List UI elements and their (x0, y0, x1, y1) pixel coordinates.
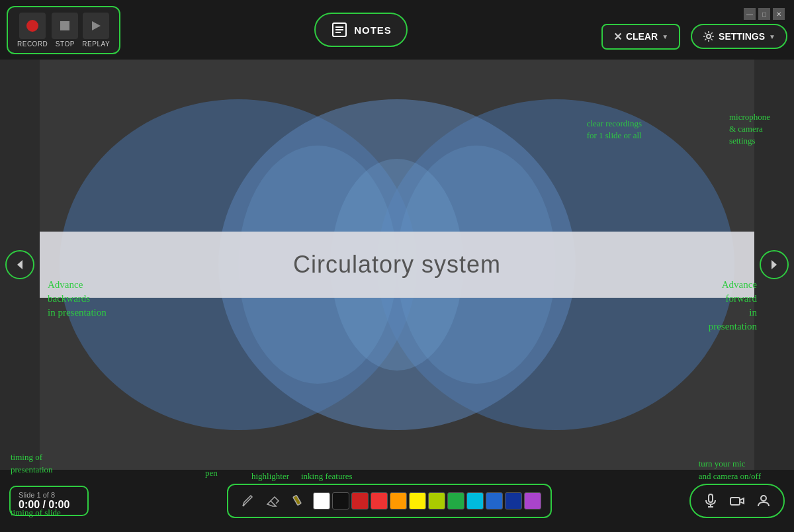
color-swatch-0[interactable] (313, 492, 330, 510)
eraser-tool-button[interactable] (263, 490, 284, 511)
inking-tools (227, 484, 552, 518)
settings-dropdown-icon: ▼ (769, 33, 775, 40)
maximize-button[interactable]: □ (758, 8, 770, 20)
replay-label: REPLAY (82, 40, 110, 48)
color-swatch-5[interactable] (409, 492, 426, 510)
svg-marker-8 (17, 260, 22, 269)
mic-icon (703, 493, 719, 509)
color-swatch-8[interactable] (466, 492, 484, 510)
highlighter-icon (290, 493, 306, 509)
top-center: NOTES (314, 13, 408, 47)
color-swatch-2[interactable] (351, 492, 369, 510)
notes-button[interactable]: NOTES (314, 13, 408, 47)
color-swatch-4[interactable] (390, 492, 407, 510)
color-swatch-6[interactable] (428, 492, 445, 510)
color-swatch-3[interactable] (371, 492, 388, 510)
chevron-left-icon (14, 259, 26, 271)
prev-slide-button[interactable] (5, 250, 34, 279)
user-icon (756, 493, 772, 509)
svg-point-7 (707, 34, 711, 38)
pen-tool-button[interactable] (238, 490, 259, 511)
color-swatch-10[interactable] (505, 492, 522, 510)
color-swatch-1[interactable] (332, 492, 349, 510)
slide-title-band: Circulatory system (40, 232, 754, 298)
stop-label: STOP (56, 40, 75, 48)
svg-marker-9 (772, 260, 777, 269)
color-swatch-7[interactable] (447, 492, 464, 510)
color-swatch-11[interactable] (524, 492, 541, 510)
svg-marker-2 (92, 21, 101, 30)
svg-rect-24 (730, 498, 740, 505)
settings-icon (703, 30, 715, 42)
slide-area: Circulatory system Advance backwards in … (0, 60, 794, 470)
mic-button[interactable] (700, 490, 721, 511)
camera-button[interactable] (727, 490, 748, 511)
notes-label: NOTES (354, 24, 392, 36)
minimize-button[interactable]: — (744, 8, 756, 20)
settings-button[interactable]: SETTINGS ▼ (691, 24, 787, 49)
svg-rect-21 (709, 494, 713, 502)
user-button[interactable] (753, 490, 774, 511)
color-swatch-9[interactable] (486, 492, 503, 510)
eraser-icon (265, 493, 281, 509)
pen-icon (240, 493, 256, 509)
clear-button[interactable]: ✕ CLEAR ▼ (601, 24, 680, 50)
clear-x-icon: ✕ (613, 30, 622, 43)
stop-button[interactable] (52, 13, 78, 39)
color-palette (313, 492, 541, 510)
slide-number: Slide 1 of 8 (19, 491, 79, 499)
camera-icon (729, 493, 745, 509)
record-label: RECORD (17, 40, 48, 48)
record-controls-group: RECORD STOP REPLAY (7, 6, 120, 54)
notes-icon (330, 21, 349, 39)
bottom-bar: Slide 1 of 8 0:00 / 0:00 (0, 470, 794, 532)
svg-point-25 (761, 496, 766, 501)
close-button[interactable]: ✕ (773, 8, 785, 20)
svg-rect-20 (292, 495, 300, 505)
next-slide-button[interactable] (760, 250, 789, 279)
media-controls (689, 484, 785, 518)
record-button[interactable] (19, 13, 46, 39)
top-bar: RECORD STOP REPLAY (0, 0, 794, 60)
settings-label: SETTINGS (719, 31, 765, 42)
highlighter-tool-button[interactable] (288, 490, 309, 511)
clear-dropdown-icon: ▼ (662, 33, 668, 40)
top-right-controls: — □ ✕ ✕ CLEAR ▼ SETTINGS ▼ (601, 11, 787, 50)
svg-point-0 (26, 20, 38, 32)
chevron-right-icon (768, 259, 780, 271)
slide-time: 0:00 / 0:00 (19, 499, 79, 511)
slide-info-box: Slide 1 of 8 0:00 / 0:00 (9, 486, 89, 516)
clear-label: CLEAR (626, 31, 658, 42)
replay-button[interactable] (83, 13, 109, 39)
slide-title: Circulatory system (293, 251, 501, 279)
svg-rect-1 (60, 21, 69, 30)
